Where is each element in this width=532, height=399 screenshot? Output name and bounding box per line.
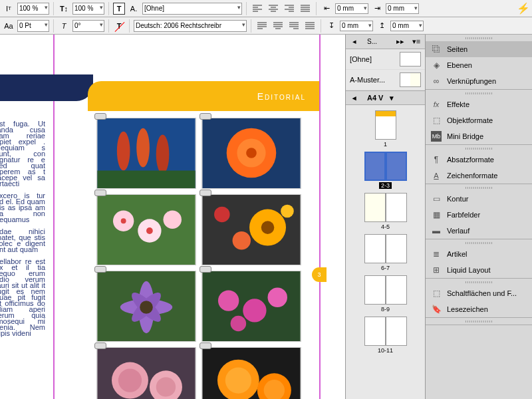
image-grid bbox=[96, 118, 301, 399]
panel-prev-icon[interactable]: ▸▸ bbox=[394, 36, 406, 48]
buttons-icon: ⬚ bbox=[431, 288, 442, 299]
char-style-icon[interactable]: A. bbox=[128, 3, 140, 15]
page-thumb-2-3[interactable]: 2-3 bbox=[364, 152, 407, 189]
effects-icon: fx bbox=[431, 99, 442, 110]
panel-minibridge[interactable]: MbMini Bridge bbox=[426, 128, 532, 144]
pages-tab[interactable]: S... bbox=[364, 37, 380, 47]
indent-left-icon[interactable]: ⇤ bbox=[321, 3, 332, 15]
baseline-shift-icon[interactable]: Aa bbox=[3, 20, 15, 32]
panel-objektformate[interactable]: ⬚Objektformate bbox=[426, 112, 532, 128]
bookmarks-icon: 🔖 bbox=[431, 304, 442, 315]
panel-grip[interactable] bbox=[426, 184, 532, 191]
panel-liquid-layout[interactable]: ⊞Liquid Layout bbox=[426, 262, 532, 278]
indent-first-icon[interactable]: ⇥ bbox=[371, 3, 383, 15]
skew-input[interactable] bbox=[72, 20, 104, 32]
language-select[interactable] bbox=[134, 20, 247, 32]
page-thumb-1[interactable]: 1 bbox=[375, 110, 396, 148]
pages-collapse-icon[interactable]: ◂ bbox=[348, 92, 360, 104]
page-thumb-4-5[interactable]: 4-5 bbox=[364, 193, 407, 230]
panel-grip[interactable] bbox=[426, 145, 532, 152]
image-frame[interactable] bbox=[96, 347, 196, 399]
image-frame[interactable] bbox=[96, 271, 196, 342]
svg-point-8 bbox=[246, 148, 257, 158]
panel-grip[interactable] bbox=[426, 35, 532, 41]
toolbar-top: IT T↕ T A. ⇤ ⇥ ⚡ bbox=[0, 0, 532, 17]
justify-right-icon[interactable] bbox=[287, 20, 301, 32]
page-thumb-8-9[interactable]: 8-9 bbox=[364, 275, 407, 313]
image-frame[interactable] bbox=[201, 347, 301, 399]
body-text-column[interactable]: est fuga. Ut landa cusa tiam reriae upie… bbox=[0, 121, 45, 336]
page-thumb-6-7[interactable]: 6-7 bbox=[364, 234, 407, 271]
align-left-icon[interactable] bbox=[251, 3, 264, 15]
pages-list: 1 2-3 4-5 6-7 8-9 bbox=[346, 105, 425, 399]
text-fill-icon[interactable]: T bbox=[113, 3, 125, 15]
char-vertical-scale-icon[interactable]: IT bbox=[3, 3, 15, 15]
char-style-select[interactable] bbox=[142, 3, 242, 15]
document-canvas[interactable]: Editorial est fuga. Ut landa cusa tiam r… bbox=[0, 35, 346, 399]
align-justify-icon[interactable] bbox=[299, 3, 312, 15]
svg-point-13 bbox=[121, 218, 126, 223]
svg-point-29 bbox=[243, 299, 266, 322]
align-right-icon[interactable] bbox=[283, 3, 296, 15]
space-before-icon[interactable]: ↧ bbox=[325, 20, 337, 32]
image-frame[interactable] bbox=[96, 118, 196, 189]
right-panels: ⿻Seiten ◈Ebenen ∞Verknüpfungen fxEffekte… bbox=[426, 35, 532, 399]
space-after-icon[interactable]: ↥ bbox=[376, 20, 388, 32]
gradient-icon: ▬ bbox=[431, 225, 442, 236]
panel-verknupfungen[interactable]: ∞Verknüpfungen bbox=[426, 73, 532, 89]
panel-grip[interactable] bbox=[426, 279, 532, 285]
page-size-dropdown-icon[interactable]: ▾ bbox=[386, 92, 398, 104]
baseline-input[interactable] bbox=[17, 20, 49, 32]
stroke-icon: ▭ bbox=[431, 194, 442, 204]
panel-grip[interactable] bbox=[426, 90, 532, 96]
image-frame[interactable] bbox=[201, 271, 301, 342]
svg-point-19 bbox=[261, 221, 275, 234]
vertical-scale-input[interactable] bbox=[17, 3, 49, 15]
panel-menu-icon[interactable]: ▾≡ bbox=[410, 36, 422, 48]
text-stroke-icon[interactable]: T bbox=[113, 20, 125, 32]
panel-seiten[interactable]: ⿻Seiten bbox=[426, 41, 532, 57]
image-frame[interactable] bbox=[201, 194, 301, 265]
skew-icon[interactable]: T bbox=[58, 20, 70, 32]
indent-first-input[interactable] bbox=[386, 3, 419, 14]
svg-point-17 bbox=[233, 231, 251, 249]
page-number-tab: 3 bbox=[312, 267, 327, 282]
image-frame[interactable] bbox=[201, 118, 301, 189]
panel-absatzformate[interactable]: ¶Absatzformate bbox=[426, 152, 532, 168]
panel-effekte[interactable]: fxEffekte bbox=[426, 96, 532, 112]
svg-point-2 bbox=[136, 128, 150, 168]
justify-left-icon[interactable] bbox=[255, 20, 269, 32]
panel-ebenen[interactable]: ◈Ebenen bbox=[426, 57, 532, 73]
svg-point-31 bbox=[231, 316, 247, 332]
justify-all-icon[interactable] bbox=[303, 20, 317, 32]
panel-grip[interactable] bbox=[426, 239, 532, 246]
panel-schaltflaechen[interactable]: ⬚Schaltflächen und F... bbox=[426, 285, 532, 301]
quick-apply-icon[interactable]: ⚡ bbox=[517, 3, 529, 15]
paragraph-styles-icon: ¶ bbox=[431, 154, 442, 165]
image-frame[interactable] bbox=[96, 194, 196, 265]
panel-lesezeichen[interactable]: 🔖Lesezeichen bbox=[426, 301, 532, 317]
horizontal-scale-input[interactable] bbox=[72, 3, 104, 15]
justify-center-icon[interactable] bbox=[271, 20, 285, 32]
space-after-input[interactable] bbox=[390, 21, 424, 31]
object-styles-icon: ⬚ bbox=[431, 115, 442, 126]
page-thumb-10-11[interactable]: 10-11 bbox=[364, 317, 407, 354]
svg-point-28 bbox=[218, 290, 239, 311]
panel-collapse-icon[interactable]: ◂ bbox=[348, 36, 360, 48]
master-none-row[interactable]: [Ohne] bbox=[346, 49, 425, 70]
svg-point-30 bbox=[268, 288, 287, 307]
panel-kontur[interactable]: ▭Kontur bbox=[426, 191, 532, 207]
space-before-input[interactable] bbox=[340, 21, 373, 31]
panel-farbfelder[interactable]: ▦Farbfelder bbox=[426, 207, 532, 223]
indent-left-input[interactable] bbox=[335, 3, 368, 14]
char-width-icon[interactable]: T↕ bbox=[58, 3, 70, 15]
panel-verlauf[interactable]: ▬Verlauf bbox=[426, 223, 532, 239]
panel-artikel[interactable]: ≣Artikel bbox=[426, 246, 532, 262]
master-a-row[interactable]: A-Muster... bbox=[346, 70, 425, 90]
align-center-icon[interactable] bbox=[267, 3, 280, 15]
panel-grip[interactable] bbox=[426, 318, 532, 325]
svg-point-20 bbox=[281, 205, 294, 218]
panel-zeichenformate[interactable]: AZeichenformate bbox=[426, 168, 532, 184]
minibridge-icon: Mb bbox=[431, 131, 442, 142]
page-header-blue bbox=[0, 74, 93, 101]
